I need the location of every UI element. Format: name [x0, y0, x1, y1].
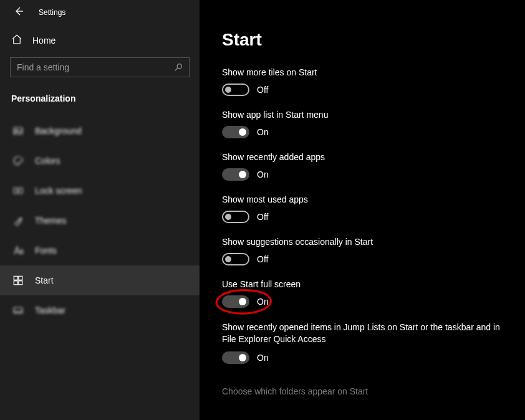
svg-rect-6: [19, 276, 22, 280]
setting-label: Use Start full screen: [222, 279, 503, 289]
svg-point-0: [177, 64, 181, 69]
page-title: Start: [222, 30, 503, 50]
toggle-state: Off: [257, 212, 268, 222]
colors-icon: [12, 155, 24, 166]
themes-icon: [12, 215, 24, 226]
start-icon: [12, 275, 24, 286]
sidebar-item-label: Themes: [35, 216, 67, 226]
setting-label: Show most used apps: [222, 194, 503, 204]
sidebar-item-start[interactable]: Start: [0, 265, 200, 295]
taskbar-icon: [12, 305, 24, 316]
nav: Background Colors Lock screen Themes Fon…: [0, 116, 200, 325]
sidebar-item-label: Start: [35, 275, 54, 285]
sidebar-item-colors[interactable]: Colors: [0, 146, 200, 176]
sidebar-item-themes[interactable]: Themes: [0, 206, 200, 236]
main: Start Show more tiles on Start Off Show …: [200, 0, 525, 420]
toggle-state: On: [257, 353, 269, 363]
back-icon[interactable]: [14, 6, 24, 19]
setting-label: Show more tiles on Start: [222, 67, 503, 77]
svg-rect-8: [19, 281, 22, 285]
setting-label: Show recently opened items in Jump Lists…: [222, 322, 503, 345]
section-header: Personalization: [0, 84, 200, 108]
sidebar: Settings Home Personalization: [0, 0, 200, 420]
toggle-state: On: [257, 297, 269, 307]
lock-screen-icon: [12, 185, 24, 196]
setting-recently-added: Show recently added apps On: [222, 152, 503, 181]
search-input[interactable]: [10, 57, 190, 77]
toggle-recently-added[interactable]: [222, 168, 249, 181]
sidebar-item-lock-screen[interactable]: Lock screen: [0, 176, 200, 206]
toggle-jump-lists[interactable]: [222, 351, 249, 364]
background-icon: [12, 125, 24, 136]
toggle-state: On: [257, 127, 269, 137]
setting-label: Show app list in Start menu: [222, 110, 503, 120]
home-label: Home: [32, 36, 55, 45]
toggle-state: Off: [257, 254, 268, 264]
setting-label: Show recently added apps: [222, 152, 503, 162]
search-field[interactable]: [17, 62, 166, 72]
sidebar-item-taskbar[interactable]: Taskbar: [0, 295, 200, 325]
setting-suggestions: Show suggestions occasionally in Start O…: [222, 237, 503, 265]
setting-full-screen: Use Start full screen On: [222, 279, 503, 308]
search-icon: [174, 63, 183, 72]
toggle-show-app-list[interactable]: [222, 126, 249, 138]
setting-show-more-tiles: Show more tiles on Start Off: [222, 67, 503, 96]
svg-rect-4: [17, 190, 19, 192]
setting-jump-lists: Show recently opened items in Jump Lists…: [222, 322, 503, 364]
fonts-icon: [12, 245, 24, 256]
home-nav[interactable]: Home: [0, 27, 200, 54]
setting-most-used: Show most used apps Off: [222, 194, 503, 223]
sidebar-item-label: Taskbar: [35, 305, 65, 315]
svg-rect-5: [14, 276, 17, 280]
svg-rect-9: [14, 308, 22, 313]
setting-label: Show suggestions occasionally in Start: [222, 237, 503, 247]
home-icon: [11, 34, 22, 47]
toggle-state: On: [257, 169, 269, 179]
toggle-most-used[interactable]: [222, 211, 249, 223]
setting-show-app-list: Show app list in Start menu On: [222, 110, 503, 138]
sidebar-item-fonts[interactable]: Fonts: [0, 236, 200, 265]
toggle-show-more-tiles[interactable]: [222, 84, 249, 96]
folders-link[interactable]: Choose which folders appear on Start: [222, 386, 368, 396]
toggle-state: Off: [257, 85, 268, 95]
sidebar-item-label: Lock screen: [35, 186, 82, 196]
toggle-full-screen[interactable]: [222, 295, 249, 308]
app-title: Settings: [39, 8, 65, 17]
sidebar-item-label: Colors: [35, 156, 60, 166]
svg-rect-7: [14, 281, 17, 285]
svg-rect-3: [14, 188, 22, 194]
sidebar-item-background[interactable]: Background: [0, 116, 200, 146]
sidebar-item-label: Fonts: [35, 246, 57, 255]
toggle-suggestions[interactable]: [222, 253, 249, 265]
sidebar-item-label: Background: [35, 126, 82, 136]
topbar: Settings: [0, 0, 200, 27]
